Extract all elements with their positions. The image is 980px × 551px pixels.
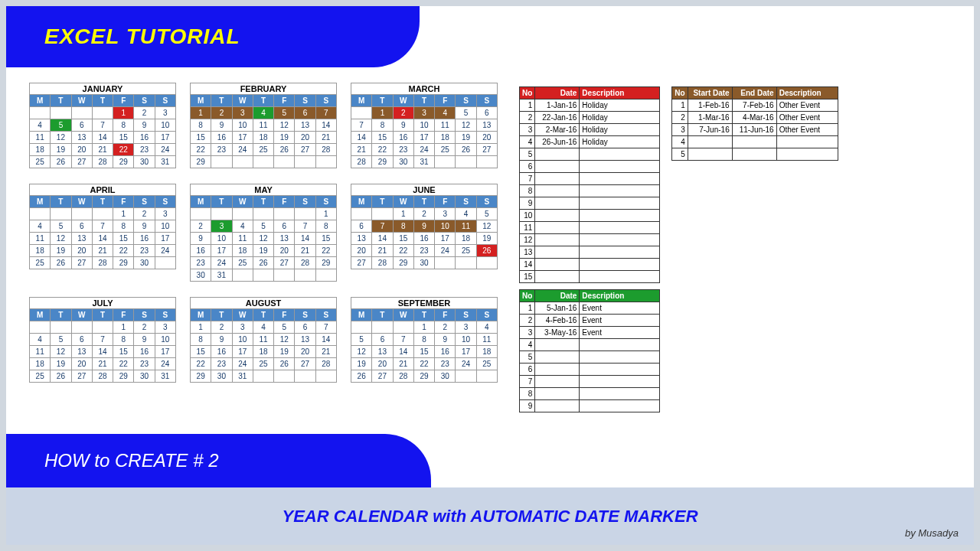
row-date[interactable] [535, 148, 580, 161]
day-cell[interactable]: 4 [476, 321, 497, 334]
day-cell[interactable]: 4 [30, 119, 51, 132]
day-cell[interactable]: 26 [51, 370, 71, 383]
day-cell[interactable]: 9 [413, 220, 434, 233]
day-cell[interactable]: 22 [191, 144, 211, 156]
day-cell[interactable]: 15 [393, 233, 413, 245]
row-cell[interactable] [776, 136, 838, 148]
day-cell[interactable]: 28 [295, 257, 315, 269]
day-cell[interactable]: 10 [456, 334, 476, 346]
row-date[interactable] [535, 222, 580, 234]
row-no[interactable]: 6 [520, 161, 535, 173]
day-cell[interactable]: 26 [274, 358, 295, 370]
day-cell[interactable]: 21 [92, 358, 113, 370]
day-cell[interactable]: 15 [113, 346, 134, 358]
row-desc[interactable]: Holiday [580, 136, 660, 148]
row-cell[interactable]: Other Event [776, 99, 838, 112]
day-cell[interactable]: 18 [476, 346, 497, 358]
day-cell[interactable]: 27 [274, 257, 295, 269]
row-desc[interactable]: Holiday [580, 124, 660, 136]
day-cell[interactable]: 10 [232, 119, 253, 132]
day-cell[interactable]: 7 [315, 321, 336, 334]
day-cell[interactable]: 31 [413, 156, 434, 168]
day-cell[interactable]: 19 [51, 144, 71, 156]
day-cell[interactable]: 5 [274, 321, 295, 334]
day-cell[interactable] [372, 208, 393, 220]
day-cell[interactable]: 8 [372, 119, 393, 132]
day-cell[interactable]: 17 [232, 346, 253, 358]
day-cell[interactable]: 2 [393, 107, 413, 119]
row-date[interactable]: 26-Jun-16 [535, 136, 580, 148]
day-cell[interactable]: 25 [30, 257, 51, 269]
day-cell[interactable]: 30 [134, 370, 155, 383]
day-cell[interactable]: 1 [413, 321, 434, 334]
day-cell[interactable] [295, 208, 315, 220]
day-cell[interactable]: 18 [456, 233, 476, 245]
row-no[interactable]: 2 [520, 315, 535, 327]
day-cell[interactable] [71, 321, 92, 334]
day-cell[interactable]: 29 [191, 370, 211, 383]
day-cell[interactable]: 15 [191, 346, 211, 358]
day-cell[interactable]: 21 [92, 245, 113, 257]
row-cell[interactable]: 7-Feb-16 [732, 99, 776, 112]
day-cell[interactable]: 27 [295, 144, 315, 156]
day-cell[interactable]: 25 [253, 144, 273, 156]
day-cell[interactable]: 12 [351, 346, 372, 358]
row-desc[interactable] [580, 234, 660, 246]
day-cell[interactable]: 5 [51, 334, 71, 346]
day-cell[interactable]: 22 [191, 358, 211, 370]
day-cell[interactable]: 11 [232, 233, 253, 245]
day-cell[interactable]: 13 [71, 346, 92, 358]
day-cell[interactable]: 21 [372, 245, 393, 257]
day-cell[interactable]: 3 [232, 107, 253, 119]
row-no[interactable]: 9 [520, 197, 535, 210]
day-cell[interactable]: 26 [51, 257, 71, 269]
row-desc[interactable] [580, 351, 660, 364]
day-cell[interactable]: 31 [155, 156, 175, 168]
day-cell[interactable]: 23 [393, 144, 413, 156]
day-cell[interactable]: 11 [30, 233, 51, 245]
row-date[interactable] [535, 400, 580, 412]
day-cell[interactable] [476, 370, 497, 383]
row-date[interactable]: 22-Jan-16 [535, 112, 580, 124]
day-cell[interactable]: 19 [274, 346, 295, 358]
row-no[interactable]: 9 [520, 400, 535, 412]
day-cell[interactable]: 28 [393, 370, 413, 383]
day-cell[interactable]: 9 [211, 334, 232, 346]
day-cell[interactable]: 10 [155, 119, 175, 132]
row-date[interactable]: 1-Jan-16 [535, 99, 580, 112]
day-cell[interactable]: 30 [413, 257, 434, 269]
row-cell[interactable]: 7-Jun-16 [688, 124, 732, 136]
day-cell[interactable]: 29 [113, 257, 134, 269]
day-cell[interactable]: 11 [476, 334, 497, 346]
day-cell[interactable]: 2 [134, 321, 155, 334]
day-cell[interactable] [315, 269, 336, 282]
day-cell[interactable]: 14 [315, 334, 336, 346]
day-cell[interactable]: 6 [476, 107, 497, 119]
row-cell[interactable]: 2 [672, 112, 688, 124]
day-cell[interactable] [456, 370, 476, 383]
day-cell[interactable] [315, 156, 336, 168]
row-no[interactable]: 13 [520, 246, 535, 259]
day-cell[interactable]: 3 [435, 208, 456, 220]
row-date[interactable]: 2-Mar-16 [535, 124, 580, 136]
day-cell[interactable]: 6 [295, 321, 315, 334]
day-cell[interactable]: 29 [372, 156, 393, 168]
day-cell[interactable]: 7 [393, 334, 413, 346]
day-cell[interactable]: 19 [476, 233, 497, 245]
day-cell[interactable]: 15 [413, 346, 434, 358]
day-cell[interactable]: 30 [134, 156, 155, 168]
day-cell[interactable]: 23 [211, 144, 232, 156]
day-cell[interactable]: 22 [315, 245, 336, 257]
day-cell[interactable] [232, 156, 253, 168]
day-cell[interactable]: 16 [191, 245, 211, 257]
day-cell[interactable]: 6 [274, 220, 295, 233]
day-cell[interactable] [30, 321, 51, 334]
day-cell[interactable]: 1 [393, 208, 413, 220]
day-cell[interactable]: 20 [295, 346, 315, 358]
row-no[interactable]: 1 [520, 99, 535, 112]
day-cell[interactable]: 7 [92, 334, 113, 346]
day-cell[interactable]: 13 [476, 119, 497, 132]
day-cell[interactable]: 16 [134, 132, 155, 144]
day-cell[interactable]: 1 [113, 208, 134, 220]
day-cell[interactable]: 8 [113, 119, 134, 132]
